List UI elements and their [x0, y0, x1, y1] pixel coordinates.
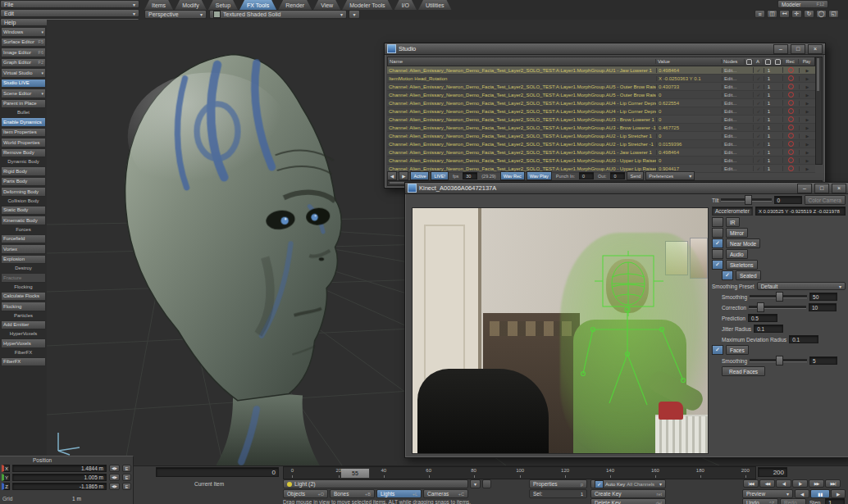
checkbox-ir[interactable] — [712, 217, 723, 227]
checkbox-faces[interactable]: ✓ — [712, 345, 723, 355]
jitter-radius-field[interactable]: 0.1 — [754, 325, 783, 333]
nodes-edit-button[interactable]: Edit... — [722, 166, 745, 171]
sidebar-item-graph-editor[interactable]: Graph EditorF2 — [1, 58, 46, 68]
redo-button[interactable]: Redo — [780, 498, 806, 504]
table-row[interactable]: Channel: Alien_Emissary_Newron_Demo_Faci… — [387, 91, 815, 99]
properties-button[interactable]: Properties p — [529, 479, 587, 488]
nodes-edit-button[interactable]: Edit... — [722, 101, 745, 106]
active-check-cell[interactable]: ✓ — [753, 133, 764, 138]
play-cell[interactable]: ▶ — [799, 84, 815, 89]
studio-footer-0[interactable]: 0 — [579, 172, 594, 179]
smoothing-slider[interactable] — [750, 295, 807, 298]
play-cell[interactable]: ▶ — [799, 109, 815, 114]
play-cell[interactable]: ▶ — [799, 134, 815, 138]
sidebar-item-add-emitter[interactable]: Add Emitter — [1, 320, 46, 330]
active-check-cell[interactable]: ✓ — [753, 157, 764, 163]
tab-modeler-tools[interactable]: Modeler Tools — [342, 0, 392, 10]
sidebar-item-static-body[interactable]: Static Body — [1, 206, 46, 216]
nudge-button[interactable]: ◀▶ — [109, 465, 120, 472]
next-key-button[interactable]: ▶▶ — [809, 479, 824, 488]
studio-footer-item[interactable]: ◀ — [387, 171, 397, 180]
smoothing-preset-dropdown[interactable]: Default ▾ — [757, 282, 846, 290]
end-frame-field[interactable]: 200 — [758, 467, 787, 477]
table-row[interactable]: Channel: Alien_Emissary_Newron_Demo_Faci… — [387, 66, 815, 75]
slider-handle[interactable] — [776, 292, 783, 302]
next-frame-button[interactable]: |▶ — [792, 479, 808, 488]
nodes-edit-button[interactable]: Edit... — [722, 93, 745, 98]
record-cell[interactable] — [782, 149, 799, 155]
studio-footer-30[interactable]: 30 — [463, 172, 477, 179]
table-row[interactable]: Channel: Alien_Emissary_Newron_Demo_Faci… — [387, 116, 815, 124]
sidebar-item-deforming-body[interactable]: Deforming Body — [1, 187, 46, 197]
kinect-window[interactable]: Kinect_A00366A06472137A – □ × — [404, 182, 848, 458]
sidebar-item-explosion[interactable]: Explosion — [1, 255, 46, 265]
column-header-play[interactable]: Play — [798, 59, 814, 64]
sidebar-item-fiberfx[interactable]: FiberFX — [1, 357, 46, 367]
studio-footer-0[interactable]: 0 — [610, 172, 625, 179]
y-value-field[interactable]: 1.005 m — [12, 474, 107, 481]
tab-view[interactable]: View — [313, 0, 340, 10]
tilt-slider[interactable] — [721, 198, 771, 202]
shading-mode-dropdown[interactable]: Textured Shaded Solid ▾ — [209, 10, 347, 19]
preview-dropdown[interactable]: Preview ▾ — [742, 489, 793, 498]
tab-i-o[interactable]: I/O — [394, 0, 417, 10]
record-cell[interactable] — [782, 133, 799, 138]
studio-window[interactable]: Studio – □ × NameValueNodesARecPlay Chan… — [384, 43, 826, 188]
tab-modify[interactable]: Modify — [175, 0, 207, 10]
item-dropdown-arrow-button[interactable]: ▾ — [470, 479, 481, 488]
z-value-field[interactable]: -1.1865 m — [12, 483, 107, 490]
nodes-edit-button[interactable]: Edit... — [722, 134, 745, 138]
sidebar-item-parts-body[interactable]: Parts Body — [1, 177, 46, 187]
checkbox-skeletons[interactable]: ✓ — [712, 260, 723, 270]
record-cell[interactable] — [782, 100, 799, 106]
sidebar-item-world-properties[interactable]: World Properties — [1, 138, 46, 148]
kinect-titlebar[interactable]: Kinect_A00366A06472137A – □ × — [405, 183, 848, 194]
studio-footer-wav-play[interactable]: Wav Play — [527, 171, 552, 180]
sidebar-item-forcefield[interactable]: Forcefield — [1, 234, 46, 244]
nodes-edit-button[interactable]: Edit... — [722, 117, 745, 122]
envelope-button[interactable]: E — [122, 483, 131, 490]
table-row[interactable]: Channel: Alien_Emissary_Newron_Demo_Faci… — [387, 140, 815, 148]
rotate-icon[interactable]: ↻ — [804, 10, 814, 18]
active-check-cell[interactable]: ✓ — [753, 67, 764, 73]
auto-key-toggle[interactable]: ✓ Auto Key All Channels ▾ — [590, 479, 666, 488]
table-row[interactable]: Channel: Alien_Emissary_Newron_Demo_Faci… — [387, 132, 815, 140]
mute-icon[interactable] — [773, 59, 782, 65]
sidebar-item-flocking[interactable]: Flocking — [1, 302, 46, 311]
nodes-edit-button[interactable]: Edit... — [722, 150, 745, 155]
column-header-value[interactable]: Value — [655, 59, 721, 64]
item-type-bones[interactable]: Bones+B — [330, 489, 375, 498]
read-faces-button[interactable]: Read Faces — [722, 366, 765, 376]
record-cell[interactable] — [782, 116, 799, 122]
nodes-edit-button[interactable]: Edit... — [722, 76, 745, 81]
play-cell[interactable]: ▶ — [799, 101, 815, 106]
sidebar-item-enable-dynamics[interactable]: Enable Dynamics — [1, 117, 46, 127]
prediction-field[interactable]: 0.5 — [748, 314, 777, 322]
tab-render[interactable]: Render — [278, 0, 312, 10]
auto-key-checkbox[interactable]: ✓ — [595, 480, 604, 488]
table-row[interactable]: Channel: Alien_Emissary_Newron_Demo_Faci… — [387, 107, 815, 116]
active-check-cell[interactable]: ✓ — [753, 92, 764, 98]
record-cell[interactable] — [782, 84, 799, 89]
active-check-cell[interactable]: ✓ — [753, 108, 764, 114]
pause-button[interactable]: ▮▮ — [810, 489, 830, 498]
checkbox-mirror[interactable] — [712, 228, 723, 238]
sidebar-item-image-editor[interactable]: Image EditorF6 — [1, 48, 46, 57]
checkbox-audio[interactable] — [712, 249, 723, 259]
nodes-edit-button[interactable]: Edit... — [722, 158, 745, 163]
play-cell[interactable]: ▶ — [799, 166, 815, 171]
item-type-lights[interactable]: Lights+L — [376, 489, 422, 498]
nudge-button[interactable]: ◀▶ — [109, 474, 120, 481]
play-cell[interactable]: ▶ — [799, 158, 815, 163]
record-cell[interactable] — [782, 92, 799, 98]
play-cell[interactable]: ▶ — [799, 68, 815, 73]
active-check-cell[interactable]: ✓ — [753, 149, 764, 155]
faces-smoothing-slider[interactable] — [750, 359, 807, 362]
studio-footer-item[interactable]: ▶ — [399, 171, 408, 180]
x-value-field[interactable]: 1.4844 m — [12, 465, 107, 472]
sidebar-item-hypervoxels[interactable]: HyperVoxels — [1, 338, 46, 348]
smoothing-field[interactable]: 50 — [809, 293, 837, 301]
play-cell[interactable]: ▶ — [799, 117, 815, 122]
sidebar-item-windows[interactable]: Windows▾ — [1, 27, 46, 37]
sidebar-item-surface-editor[interactable]: Surface EditorF5 — [1, 38, 46, 48]
